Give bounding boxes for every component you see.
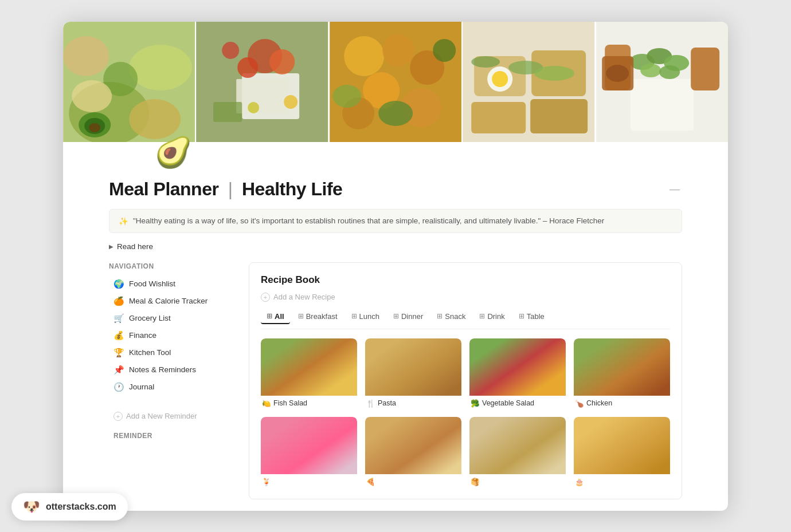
svg-point-45: [640, 64, 661, 77]
watermark-icon: 🐶: [23, 499, 40, 515]
sidebar-nav: 🌍Food Wishlist🍊Meal & Calorie Tracker🛒Gr…: [109, 276, 235, 395]
nav-emoji-6: 🕐: [113, 382, 124, 392]
tab-label-table: Table: [527, 312, 545, 321]
hero-seg-2: [196, 22, 328, 142]
svg-point-6: [72, 80, 112, 112]
nav-emoji-0: 🌍: [113, 279, 124, 289]
recipe-tabs: ⊞All⊞Breakfast⊞Lunch⊞Dinner⊞Snack⊞Drink⊞…: [261, 310, 670, 329]
svg-point-50: [606, 65, 629, 82]
tab-label-lunch: Lunch: [359, 312, 379, 321]
recipe-label-2: 🥦 Vegetable Salad: [469, 396, 566, 409]
recipe-card-6[interactable]: 🥞: [469, 417, 566, 487]
recipe-img-6: [469, 417, 566, 474]
recipe-label-4: 🍹: [261, 474, 357, 487]
recipe-emoji-4: 🍹: [262, 478, 271, 486]
nav-label-6: Journal: [129, 383, 154, 391]
recipe-img-0: [261, 338, 357, 396]
recipe-card-7[interactable]: 🎂: [574, 417, 670, 487]
tab-lunch[interactable]: ⊞Lunch: [346, 310, 385, 324]
tab-icon-table: ⊞: [519, 312, 524, 320]
add-reminder-label: Add a New Reminder: [126, 412, 197, 420]
svg-point-4: [129, 99, 181, 139]
sidebar-item-meal-and-calorie-tracker[interactable]: 🍊Meal & Calorie Tracker: [109, 293, 235, 309]
recipe-label-0: 🍋 Fish Salad: [261, 396, 357, 409]
tab-snack[interactable]: ⊞Snack: [431, 310, 471, 324]
tab-table[interactable]: ⊞Table: [513, 310, 550, 324]
recipe-label-5: 🍕: [365, 474, 461, 487]
hero-seg-1: [63, 22, 195, 142]
read-here-label: Read here: [117, 242, 153, 251]
recipe-grid: 🍋 Fish Salad 🍴 Pasta 🥦 Vegetable Salad 🍗…: [261, 338, 670, 487]
tab-icon-breakfast: ⊞: [298, 312, 304, 320]
sidebar: Navigation 🌍Food Wishlist🍊Meal & Calorie…: [109, 262, 235, 440]
sidebar-item-finance[interactable]: 💰Finance: [109, 328, 235, 344]
recipe-name-0: Fish Salad: [273, 399, 307, 407]
hero-seg-3: [330, 22, 461, 142]
svg-point-9: [89, 123, 100, 132]
recipe-name-3: Chicken: [586, 399, 612, 407]
hero-seg-5: [596, 22, 728, 142]
recipe-img-1: [365, 338, 461, 396]
quote-box: ✨ "Healthy eating is a way of life, so i…: [109, 209, 682, 233]
recipe-panel: Recipe Book + Add a New Recipe ⊞All⊞Brea…: [249, 262, 682, 499]
tab-icon-dinner: ⊞: [393, 312, 399, 320]
add-recipe-label: Add a New Recipe: [273, 293, 335, 301]
tab-label-snack: Snack: [445, 312, 465, 321]
title-part2: Healthy Life: [242, 179, 342, 199]
svg-rect-19: [214, 102, 242, 122]
nav-label-3: Finance: [129, 331, 156, 340]
sidebar-item-notes-and-reminders[interactable]: 📌Notes & Reminders: [109, 362, 235, 378]
tab-icon-drink: ⊞: [479, 312, 485, 320]
recipe-card-4[interactable]: 🍹: [261, 417, 357, 487]
add-reminder-button[interactable]: + Add a New Reminder: [109, 409, 235, 424]
svg-point-27: [378, 101, 413, 126]
watermark-text: otterstacks.com: [46, 502, 116, 512]
svg-rect-38: [471, 102, 526, 133]
sidebar-item-grocery-list[interactable]: 🛒Grocery List: [109, 310, 235, 326]
recipe-emoji-5: 🍕: [366, 478, 375, 486]
hero-seg-4: [463, 22, 594, 142]
sidebar-item-journal[interactable]: 🕐Journal: [109, 379, 235, 395]
tab-dinner[interactable]: ⊞Dinner: [387, 310, 429, 324]
recipe-emoji-3: 🍗: [575, 399, 584, 408]
tab-icon-lunch: ⊞: [351, 312, 357, 320]
recipe-name-1: Pasta: [378, 399, 396, 407]
nav-emoji-3: 💰: [113, 330, 124, 341]
recipe-label-1: 🍴 Pasta: [365, 396, 461, 409]
svg-point-22: [382, 34, 414, 66]
recipe-card-0[interactable]: 🍋 Fish Salad: [261, 338, 357, 409]
collapse-button[interactable]: —: [667, 181, 682, 198]
recipe-img-5: [365, 417, 461, 474]
tab-icon-all: ⊞: [267, 312, 272, 320]
add-recipe-plus-icon: +: [261, 293, 270, 302]
watermark: 🐶 otterstacks.com: [11, 493, 128, 521]
svg-point-3: [63, 36, 109, 76]
recipe-emoji-0: 🍋: [262, 399, 271, 408]
svg-point-46: [659, 65, 680, 79]
recipe-label-7: 🎂: [574, 474, 670, 487]
sidebar-item-food-wishlist[interactable]: 🌍Food Wishlist: [109, 276, 235, 292]
nav-emoji-5: 📌: [113, 365, 124, 375]
svg-point-34: [492, 71, 508, 87]
nav-emoji-1: 🍊: [113, 296, 124, 306]
sidebar-item-kitchen-tool[interactable]: 🏆Kitchen Tool: [109, 345, 235, 361]
quote-text: "Healthy eating is a way of life, so it'…: [133, 216, 604, 225]
tab-breakfast[interactable]: ⊞Breakfast: [292, 310, 343, 324]
recipe-card-5[interactable]: 🍕: [365, 417, 461, 487]
nav-label-5: Notes & Reminders: [129, 365, 196, 374]
main-content: 🥑 Meal Planner | Healthy Life — ✨ "Healt…: [63, 142, 728, 511]
tab-all[interactable]: ⊞All: [261, 310, 290, 324]
recipe-card-3[interactable]: 🍗 Chicken: [574, 338, 670, 409]
add-recipe-button[interactable]: + Add a New Recipe: [261, 293, 670, 302]
recipe-card-1[interactable]: 🍴 Pasta: [365, 338, 461, 409]
triangle-icon: ▶: [109, 243, 113, 250]
tab-label-all: All: [275, 312, 284, 321]
svg-point-13: [238, 57, 259, 78]
tab-drink[interactable]: ⊞Drink: [473, 310, 510, 324]
svg-rect-41: [631, 79, 694, 131]
hero-banner: [63, 22, 728, 142]
read-here-toggle[interactable]: ▶ Read here: [109, 242, 682, 251]
tab-label-breakfast: Breakfast: [306, 312, 338, 321]
nav-label-1: Meal & Calorie Tracker: [129, 297, 207, 305]
recipe-card-2[interactable]: 🥦 Vegetable Salad: [469, 338, 566, 409]
